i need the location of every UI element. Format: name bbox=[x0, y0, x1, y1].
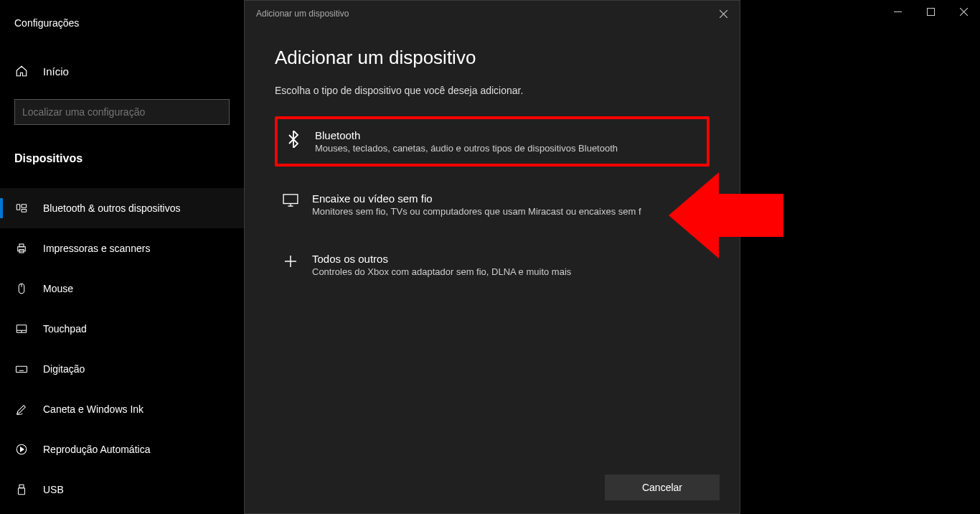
add-device-dialog: Adicionar um dispositivo Adicionar um di… bbox=[244, 0, 740, 514]
nav-item-pen[interactable]: Caneta e Windows Ink bbox=[0, 389, 244, 429]
plus-icon bbox=[282, 253, 299, 277]
dialog-footer: Cancelar bbox=[605, 475, 720, 500]
nav-item-label: Impressoras e scanners bbox=[43, 243, 150, 254]
keyboard-icon bbox=[14, 363, 29, 375]
svg-rect-23 bbox=[283, 195, 298, 204]
bluetooth-icon bbox=[285, 129, 302, 154]
settings-sidebar: Configurações Início Dispositivos Blueto… bbox=[0, 0, 244, 514]
usb-icon bbox=[14, 483, 29, 496]
svg-rect-0 bbox=[17, 205, 20, 210]
option-title: Bluetooth bbox=[315, 129, 618, 141]
bluetooth-devices-icon bbox=[14, 202, 29, 215]
dialog-titlebar: Adicionar um dispositivo bbox=[245, 1, 740, 27]
option-title: Todos os outros bbox=[312, 253, 571, 265]
nav-list: Bluetooth & outros dispositivos Impresso… bbox=[0, 188, 244, 510]
dialog-subheading: Escolha o tipo de dispositivo que você d… bbox=[275, 85, 710, 96]
svg-rect-11 bbox=[17, 366, 27, 372]
printer-icon bbox=[14, 242, 29, 255]
nav-item-mouse[interactable]: Mouse bbox=[0, 268, 244, 309]
home-icon bbox=[14, 65, 29, 78]
dialog-heading: Adicionar um dispositivo bbox=[275, 47, 710, 69]
pen-icon bbox=[14, 403, 29, 416]
option-everything-else[interactable]: Todos os outros Controles do Xbox com ad… bbox=[275, 243, 710, 287]
option-bluetooth[interactable]: Bluetooth Mouses, teclados, canetas, áud… bbox=[275, 116, 710, 167]
autoplay-icon bbox=[14, 443, 29, 456]
window-close-button[interactable] bbox=[947, 0, 980, 23]
dialog-close-button[interactable] bbox=[707, 1, 740, 27]
option-wireless-display[interactable]: Encaixe ou vídeo sem fio Monitores sem f… bbox=[275, 182, 710, 227]
option-title: Encaixe ou vídeo sem fio bbox=[312, 192, 641, 205]
svg-rect-4 bbox=[19, 244, 24, 247]
svg-rect-3 bbox=[18, 247, 26, 251]
dialog-body: Adicionar um dispositivo Escolha o tipo … bbox=[245, 27, 740, 287]
nav-item-label: USB bbox=[43, 484, 64, 495]
svg-rect-19 bbox=[19, 485, 24, 488]
search-input[interactable] bbox=[22, 106, 222, 118]
nav-home-label: Início bbox=[43, 65, 69, 78]
nav-item-label: Reprodução Automática bbox=[43, 444, 150, 455]
nav-item-label: Bluetooth & outros dispositivos bbox=[43, 202, 180, 214]
svg-rect-29 bbox=[927, 8, 934, 15]
svg-rect-20 bbox=[19, 488, 25, 495]
option-desc: Controles do Xbox com adaptador sem fio,… bbox=[312, 266, 571, 277]
nav-item-label: Digitação bbox=[43, 363, 85, 375]
window-controls bbox=[881, 0, 980, 23]
display-icon bbox=[282, 192, 299, 217]
nav-item-printers[interactable]: Impressoras e scanners bbox=[0, 228, 244, 268]
window-minimize-button[interactable] bbox=[881, 0, 914, 23]
svg-marker-18 bbox=[21, 447, 24, 452]
nav-item-label: Mouse bbox=[43, 283, 73, 294]
nav-home[interactable]: Início bbox=[0, 57, 244, 85]
app-title: Configurações bbox=[0, 11, 244, 43]
nav-item-bluetooth[interactable]: Bluetooth & outros dispositivos bbox=[0, 188, 244, 228]
nav-item-typing[interactable]: Digitação bbox=[0, 349, 244, 389]
nav-item-autoplay[interactable]: Reprodução Automática bbox=[0, 429, 244, 469]
svg-rect-1 bbox=[22, 205, 27, 208]
option-desc: Monitores sem fio, TVs ou computadores q… bbox=[312, 206, 641, 217]
nav-item-label: Caneta e Windows Ink bbox=[43, 403, 143, 415]
category-title: Dispositivos bbox=[0, 139, 244, 174]
svg-rect-2 bbox=[22, 210, 27, 212]
nav-item-touchpad[interactable]: Touchpad bbox=[0, 309, 244, 349]
nav-item-usb[interactable]: USB bbox=[0, 469, 244, 510]
dialog-titlebar-text: Adicionar um dispositivo bbox=[256, 9, 349, 19]
option-desc: Mouses, teclados, canetas, áudio e outro… bbox=[315, 143, 618, 154]
nav-item-label: Touchpad bbox=[43, 323, 87, 335]
cancel-button[interactable]: Cancelar bbox=[605, 475, 720, 500]
window-maximize-button[interactable] bbox=[914, 0, 947, 23]
mouse-icon bbox=[14, 282, 29, 295]
search-input-container[interactable] bbox=[14, 99, 230, 125]
touchpad-icon bbox=[14, 322, 29, 335]
